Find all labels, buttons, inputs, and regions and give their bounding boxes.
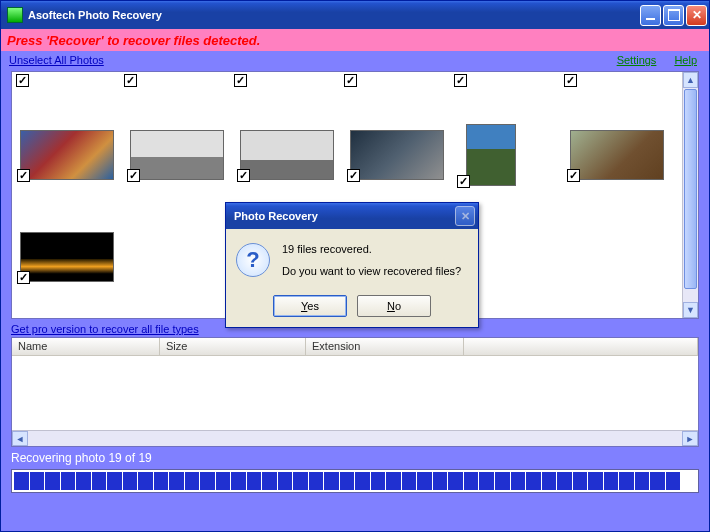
progress-segment (262, 472, 277, 490)
vertical-scrollbar[interactable]: ▲ ▼ (682, 72, 698, 318)
scroll-up-arrow-icon[interactable]: ▲ (683, 72, 698, 88)
pro-version-link[interactable]: Get pro version to recover all file type… (11, 323, 199, 335)
no-button[interactable]: No (357, 295, 431, 317)
maximize-button[interactable] (663, 5, 684, 26)
progress-segment (604, 472, 619, 490)
dialog-titlebar: Photo Recovery ✕ (226, 203, 478, 229)
dialog-close-button[interactable]: ✕ (455, 206, 475, 226)
column-header-name[interactable]: Name (12, 338, 160, 355)
thumbnail-checkbox[interactable] (347, 169, 360, 182)
progress-segment (681, 472, 696, 490)
thumbnail-checkbox[interactable] (234, 74, 247, 87)
progress-segment (247, 472, 262, 490)
dialog-title: Photo Recovery (234, 210, 318, 222)
thumbnail-checkbox[interactable] (16, 74, 29, 87)
progress-segment (76, 472, 91, 490)
thumbnail-item[interactable] (18, 232, 116, 282)
thumbnail-checkbox[interactable] (17, 271, 30, 284)
progress-segment (340, 472, 355, 490)
progress-segment (169, 472, 184, 490)
progress-segment (433, 472, 448, 490)
thumbnail-image (240, 130, 334, 180)
column-header-empty (464, 338, 698, 355)
scroll-down-arrow-icon[interactable]: ▼ (683, 302, 698, 318)
progress-segment (573, 472, 588, 490)
thumbnail-image (20, 232, 114, 282)
progress-segment (107, 472, 122, 490)
scroll-thumb[interactable] (684, 89, 697, 289)
progress-segment (495, 472, 510, 490)
unselect-all-link[interactable]: Unselect All Photos (9, 54, 104, 66)
instruction-bar: Press 'Recover' to recover files detecte… (1, 29, 709, 51)
thumbnail-checkbox[interactable] (237, 169, 250, 182)
thumbnail-checkbox[interactable] (454, 74, 467, 87)
thumbnail-image (466, 124, 516, 186)
progress-segment (511, 472, 526, 490)
progress-segment (61, 472, 76, 490)
thumbnail-checkbox[interactable] (127, 169, 140, 182)
scroll-right-arrow-icon[interactable]: ► (682, 431, 698, 446)
thumbnail-checkbox[interactable] (457, 175, 470, 188)
settings-link[interactable]: Settings (617, 54, 657, 66)
progress-segment (588, 472, 603, 490)
progress-segment (526, 472, 541, 490)
main-window: Asoftech Photo Recovery Press 'Recover' … (0, 0, 710, 532)
column-header-extension[interactable]: Extension (306, 338, 464, 355)
thumbnail-item[interactable] (18, 130, 116, 180)
recovery-dialog: Photo Recovery ✕ ? 19 files recovered. D… (225, 202, 479, 328)
progress-segment (30, 472, 45, 490)
close-button[interactable] (686, 5, 707, 26)
progress-segment (14, 472, 29, 490)
thumbnail-item[interactable] (238, 130, 336, 180)
progress-segment (185, 472, 200, 490)
progress-segment (324, 472, 339, 490)
yes-button[interactable]: Yes (273, 295, 347, 317)
file-table: Name Size Extension ◄ ► (11, 337, 699, 447)
progress-segment (479, 472, 494, 490)
scroll-left-arrow-icon[interactable]: ◄ (12, 431, 28, 446)
thumbnail-image (20, 130, 114, 180)
thumbnail-checkbox[interactable] (124, 74, 137, 87)
progress-segment (650, 472, 665, 490)
thumbnail-item[interactable] (128, 130, 226, 180)
dialog-message-1: 19 files recovered. (282, 243, 461, 255)
minimize-button[interactable] (640, 5, 661, 26)
progress-segment (635, 472, 650, 490)
progress-segment (154, 472, 169, 490)
thumbnail-item[interactable] (568, 130, 666, 180)
instruction-text: Press 'Recover' to recover files detecte… (7, 33, 260, 48)
progress-segment (216, 472, 231, 490)
table-header: Name Size Extension (12, 338, 698, 356)
progress-segment (371, 472, 386, 490)
thumbnail-image (130, 130, 224, 180)
progress-segment (123, 472, 138, 490)
horizontal-scrollbar[interactable]: ◄ ► (12, 430, 698, 446)
progress-segment (138, 472, 153, 490)
thumbnail-image (570, 130, 664, 180)
progress-segment (45, 472, 60, 490)
progress-bar (11, 469, 699, 493)
progress-segment (557, 472, 572, 490)
column-header-size[interactable]: Size (160, 338, 306, 355)
thumbnail-checkbox[interactable] (344, 74, 357, 87)
thumbnail-checkbox[interactable] (17, 169, 30, 182)
dialog-message-2: Do you want to view recovered files? (282, 265, 461, 277)
progress-segment (542, 472, 557, 490)
progress-segment (464, 472, 479, 490)
progress-segment (309, 472, 324, 490)
progress-segment (386, 472, 401, 490)
help-link[interactable]: Help (674, 54, 697, 66)
progress-segment (355, 472, 370, 490)
progress-segment (293, 472, 308, 490)
question-icon: ? (236, 243, 270, 277)
progress-segment (402, 472, 417, 490)
thumbnail-checkbox[interactable] (567, 169, 580, 182)
thumbnail-item[interactable] (458, 124, 526, 186)
progress-segment (200, 472, 215, 490)
titlebar: Asoftech Photo Recovery (1, 1, 709, 29)
thumbnail-checkbox[interactable] (564, 74, 577, 87)
thumbnail-item[interactable] (348, 130, 446, 180)
progress-segment (448, 472, 463, 490)
progress-segment (231, 472, 246, 490)
progress-segment (619, 472, 634, 490)
